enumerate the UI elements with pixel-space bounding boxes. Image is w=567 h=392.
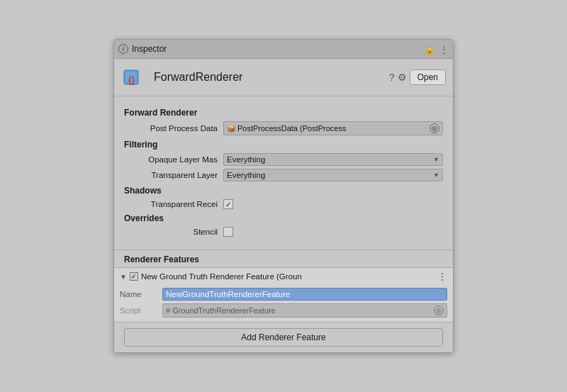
tab-bar: i Inspector 🔒 ⋮: [114, 40, 453, 59]
filtering-label: Filtering: [124, 140, 443, 150]
pp-circle-button[interactable]: ◎: [430, 123, 439, 133]
opaque-layer-mask-value: Everything: [227, 155, 265, 164]
tab-actions: 🔒 ⋮: [424, 44, 449, 55]
inspector-window: i Inspector 🔒 ⋮ {} ForwardRenderer ? ⚙ O…: [113, 39, 454, 353]
feature-script-row: Script # GroundTruthRendererFeature ◎: [114, 302, 453, 319]
forward-renderer-label: Forward Renderer: [124, 108, 443, 118]
overrides-label: Overrides: [124, 213, 443, 223]
transparent-receive-checkbox[interactable]: [223, 199, 233, 209]
settings-icon[interactable]: ⚙: [398, 72, 407, 83]
shadows-label: Shadows: [124, 186, 443, 196]
post-process-data-row: Post Process Data 📦 PostProcessData (Pos…: [124, 121, 443, 135]
add-feature-row: Add Renderer Feature: [114, 323, 453, 352]
post-process-data-field[interactable]: 📦 PostProcessData (PostProcess ◎: [223, 121, 443, 135]
script-circle-button[interactable]: ◎: [434, 306, 444, 315]
stencil-row: Stencil: [124, 227, 443, 237]
feature-header: ▼ ✓ New Ground Truth Renderer Feature (G…: [114, 268, 453, 285]
transparent-layer-dropdown[interactable]: Everything ▼: [223, 169, 443, 181]
opaque-layer-mask-label: Opaque Layer Mas: [124, 155, 223, 164]
feature-name-label: Name: [120, 290, 162, 298]
foldout-arrow[interactable]: ▼: [120, 273, 127, 281]
content-area: Forward Renderer Post Process Data 📦 Pos…: [114, 96, 453, 247]
header: {} ForwardRenderer ? ⚙ Open: [114, 59, 453, 96]
feature-name-value-container: [162, 288, 447, 301]
tab-title: Inspector: [132, 44, 424, 54]
renderer-features-label: Renderer Features: [114, 250, 453, 267]
svg-text:{}: {}: [128, 75, 135, 85]
transparent-dropdown-arrow: ▼: [433, 172, 439, 179]
transparent-layer-value: Everything: [227, 171, 265, 179]
feature-script-field[interactable]: # GroundTruthRendererFeature ◎: [162, 303, 447, 318]
post-process-data-label: Post Process Data: [124, 124, 223, 133]
header-title: ForwardRenderer: [154, 71, 389, 84]
feature-name-row: Name: [114, 286, 453, 302]
more-options-icon[interactable]: ⋮: [439, 44, 449, 55]
open-button[interactable]: Open: [410, 69, 446, 85]
feature-enabled-checkbox[interactable]: ✓: [130, 272, 138, 281]
feature-item: ▼ ✓ New Ground Truth Renderer Feature (G…: [114, 267, 453, 323]
feature-name: New Ground Truth Renderer Feature (Groun: [141, 272, 434, 281]
lock-icon[interactable]: 🔒: [424, 44, 435, 55]
info-icon: i: [118, 44, 128, 54]
stencil-label: Stencil: [124, 228, 223, 236]
transparent-receive-row: Transparent Recei: [124, 199, 443, 209]
stencil-checkbox[interactable]: [223, 227, 233, 237]
pp-data-value: PostProcessData (PostProcess: [237, 124, 346, 133]
header-buttons: ? ⚙ Open: [389, 69, 446, 85]
feature-fields: Name Script # GroundTruthRendererFeature…: [114, 285, 453, 322]
opaque-layer-mask-dropdown[interactable]: Everything ▼: [223, 153, 443, 166]
help-icon[interactable]: ?: [389, 72, 395, 83]
feature-script-value: # GroundTruthRendererFeature: [166, 306, 276, 315]
renderer-features-section: Renderer Features ▼ ✓ New Ground Truth R…: [114, 250, 453, 352]
feature-menu-icon[interactable]: ⋮: [437, 271, 447, 282]
feature-name-input[interactable]: [162, 288, 447, 301]
transparent-layer-label: Transparent Layer: [124, 171, 223, 179]
feature-script-label: Script: [120, 306, 162, 315]
add-renderer-feature-button[interactable]: Add Renderer Feature: [124, 328, 443, 347]
transparent-layer-row: Transparent Layer Everything ▼: [124, 169, 443, 181]
opaque-dropdown-arrow: ▼: [433, 156, 439, 163]
opaque-layer-mask-row: Opaque Layer Mas Everything ▼: [124, 153, 443, 166]
transparent-receive-label: Transparent Recei: [124, 200, 223, 208]
pp-data-icon: 📦: [227, 125, 235, 133]
asset-icon: {}: [121, 65, 147, 90]
